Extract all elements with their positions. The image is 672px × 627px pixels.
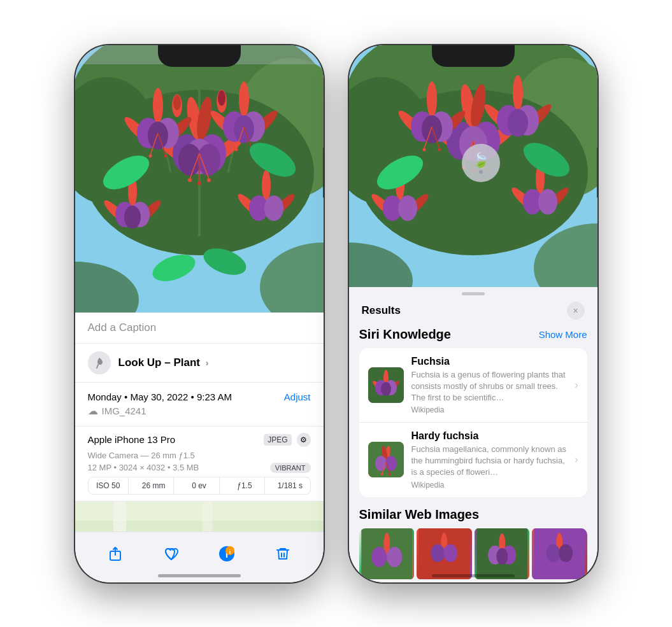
exif-focal: 26 mm [134,477,174,494]
caption-area[interactable]: Add a Caption [75,313,324,344]
siri-knowledge-section: Siri Knowledge Show More [359,327,587,497]
close-button[interactable]: × [567,302,585,320]
map-section[interactable] [75,502,324,532]
lens-info: Wide Camera — 26 mm ƒ1.5 [88,451,311,460]
svg-rect-66 [75,521,324,532]
similar-images-grid [359,528,587,579]
svg-point-155 [546,544,560,562]
svg-point-130 [381,382,391,396]
svg-point-103 [438,148,441,151]
svg-point-138 [381,473,383,476]
trash-button[interactable] [269,540,297,568]
show-more-button[interactable]: Show More [539,329,587,340]
results-header: Results × [349,295,597,327]
knowledge-card: Fuchsia Fuchsia is a genus of flowering … [359,348,587,497]
svg-point-53 [264,195,283,221]
svg-point-94 [427,81,437,117]
hardy-fuchsia-source: Wikipedia [411,481,568,490]
svg-point-134 [375,456,387,471]
knowledge-item-fuchsia[interactable]: Fuchsia Fuchsia is a genus of flowering … [359,348,587,423]
svg-point-57 [218,90,225,106]
exif-row: ISO 50 26 mm 0 ev ƒ1.5 1/181 s [88,477,311,495]
section-header: Siri Knowledge Show More [359,327,587,342]
svg-point-22 [207,178,211,182]
svg-point-156 [559,544,573,562]
exif-iso: ISO 50 [89,477,129,494]
svg-point-119 [538,189,557,215]
svg-point-109 [508,109,528,137]
filename: IMG_4241 [102,405,147,416]
svg-point-147 [443,544,457,562]
svg-text:i: i [229,549,231,555]
svg-point-139 [389,473,391,476]
similar-image-4[interactable] [532,528,587,579]
exif-aperture: ƒ1.5 [225,477,265,494]
format-badge: JPEG [264,434,291,446]
phone-right: 🍃 Results × Siri Knowledge Show More [349,45,597,582]
svg-point-33 [239,81,249,117]
date-text: Monday • May 30, 2022 • 9:23 AM [88,391,232,402]
home-indicator-right [432,574,515,577]
svg-point-143 [387,547,402,567]
svg-point-23 [153,88,163,123]
vlu-dot [479,170,483,174]
adjust-button[interactable]: Adjust [284,391,311,402]
svg-point-21 [197,181,201,185]
heart-button[interactable] [157,540,185,568]
hardy-fuchsia-name: Hardy fuchsia [411,430,568,442]
svg-rect-64 [75,45,324,64]
phone-left: Add a Caption Look Up – Plant › Monday •… [75,45,324,582]
knowledge-item-hardy-fuchsia[interactable]: Hardy fuchsia Fuchsia magellanica, commo… [359,423,587,497]
similar-images-title: Similar Web Images [359,507,587,522]
svg-point-114 [398,195,417,221]
home-indicator-left [158,574,241,577]
fuchsia-desc: Fuchsia is a genus of flowering plants t… [411,369,568,404]
svg-point-142 [371,547,387,567]
fuchsia-name: Fuchsia [411,356,568,367]
flower-photo-left[interactable] [75,45,324,313]
lookup-icon [88,351,111,374]
siri-knowledge-title: Siri Knowledge [359,327,451,342]
similar-image-3[interactable] [475,528,530,579]
visual-lookup-bubble[interactable]: 🍃 [462,144,500,182]
similar-image-2[interactable] [417,528,472,579]
fuchsia-chevron: › [575,379,578,391]
share-button[interactable] [101,540,129,568]
similar-image-1[interactable] [359,528,415,579]
exif-shutter: 1/181 s [270,477,310,494]
svg-point-104 [513,75,523,111]
lookup-row[interactable]: Look Up – Plant › [75,344,324,383]
svg-point-102 [422,148,425,151]
fuchsia-source: Wikipedia [411,405,568,414]
svg-rect-67 [113,502,126,532]
settings-icon[interactable]: ⚙ [297,433,311,447]
camera-section: Apple iPhone 13 Pro JPEG ⚙ Wide Camera —… [75,426,324,502]
fuchsia-thumbnail [368,367,404,403]
svg-point-48 [124,206,141,229]
svg-point-32 [164,154,167,157]
hardy-fuchsia-chevron: › [575,454,578,465]
svg-point-20 [188,178,192,182]
svg-point-38 [234,115,254,143]
similar-images-section: Similar Web Images [359,507,587,579]
cloud-icon: ☁ [88,405,98,417]
results-content[interactable]: Siri Knowledge Show More [349,327,597,582]
exif-ev: 0 ev [179,477,219,494]
fuchsia-info: Fuchsia Fuchsia is a genus of flowering … [411,356,568,415]
info-section: Monday • May 30, 2022 • 9:23 AM Adjust ☁… [75,383,324,426]
specs-text: 12 MP • 3024 × 4032 • 3.5 MB [88,463,199,472]
results-title: Results [362,304,401,317]
svg-point-49 [262,170,271,201]
svg-point-99 [422,115,442,143]
hardy-fuchsia-info: Hardy fuchsia Fuchsia magellanica, commo… [411,430,568,490]
hardy-fuchsia-thumbnail [368,442,404,477]
caption-placeholder: Add a Caption [88,321,157,334]
svg-point-135 [385,456,397,471]
svg-point-41 [234,148,238,151]
flower-photo-right[interactable]: 🍃 [349,45,597,287]
leaf-icon: 🍃 [472,152,489,169]
vibrant-badge: VIBRANT [270,463,311,473]
info-button[interactable]: i i [213,540,241,568]
results-panel: Results × Siri Knowledge Show More [349,287,597,582]
hardy-fuchsia-desc: Fuchsia magellanica, commonly known as t… [411,444,568,479]
